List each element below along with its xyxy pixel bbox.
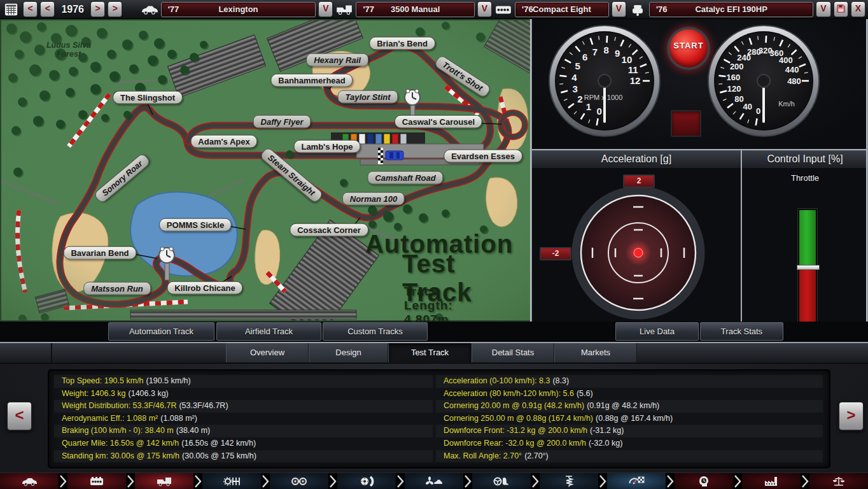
engine-year: '76 [522, 4, 533, 14]
track-corner-label: Lamb's Hope [293, 140, 360, 153]
stat-value: Braking (100 km/h - 0): 38.40 m [62, 426, 174, 435]
stat-paren-value: (0.91g @ 48.2 km/h) [584, 401, 659, 410]
stat-row: Top Speed: 190.5 km/h(190.5 km/h) [54, 375, 433, 388]
markets-icon [830, 475, 847, 488]
svg-text:12: 12 [630, 75, 641, 86]
gearbox-icon [223, 475, 240, 488]
car-body-icon [21, 475, 38, 488]
toolbar-separator [59, 473, 67, 489]
stats-next-arrow[interactable]: > [838, 401, 864, 431]
data-tab-track-stats[interactable]: Track Stats [700, 322, 783, 341]
track-corner-label: Adam's Apex [190, 135, 257, 148]
stats-panel: Top Speed: 190.5 km/h(190.5 km/h)Weight:… [48, 369, 830, 469]
svg-text:120: 120 [727, 84, 741, 94]
throttle-slider [797, 265, 820, 270]
track-straight-label: Camshaft Road [367, 171, 443, 185]
year-prev-fast-button[interactable]: < [23, 1, 38, 17]
stat-row: Weight Distribution: 53.3F/46.7R(53.3F/4… [54, 400, 433, 413]
tab-markets[interactable]: Markets [554, 343, 637, 362]
track-tab-automation-track[interactable]: Automation Track [108, 322, 214, 341]
status-lamp [671, 110, 701, 137]
human-icon [696, 475, 712, 488]
year-next-button[interactable]: > [90, 1, 105, 17]
stat-value: Weight: 1406.3 kg [62, 389, 126, 398]
toolbar-aero-button[interactable] [405, 473, 463, 489]
toolbar-brakes-button[interactable] [337, 473, 396, 489]
toolbar-car-body-button[interactable] [0, 473, 59, 489]
stat-value: Max. Roll Angle: 2.70° [444, 451, 522, 460]
engine-icon [88, 475, 105, 488]
engine-field[interactable]: '76 Compact Eight [515, 2, 609, 17]
engine-dropdown-button[interactable]: V [612, 1, 626, 17]
toolbar-interior-button[interactable] [472, 473, 531, 489]
close-button[interactable]: X [851, 1, 865, 17]
variant-field[interactable]: '76 Catalyc EFI 190HP [649, 2, 813, 17]
player-car [386, 151, 403, 160]
svg-text:Km/h: Km/h [778, 100, 795, 108]
toolbar-separator [531, 473, 540, 489]
stat-row: Standing km: 30.00s @ 175 km/h(30.00s @ … [54, 450, 433, 463]
start-button[interactable]: START [667, 27, 710, 70]
tab-design[interactable]: Design [309, 343, 388, 362]
toolbar-separator [666, 473, 675, 489]
svg-text:6: 6 [582, 52, 587, 62]
model-name: Lexington [162, 4, 316, 14]
trim-year: '77 [363, 4, 374, 14]
trim-icon [335, 3, 353, 17]
stat-value: Quarter Mile: 16.50s @ 142 km/h [62, 439, 179, 448]
track-corner-label: Banhammerhead [270, 74, 353, 87]
year-next-fast-button[interactable]: > [108, 1, 122, 17]
trim-name: 3500 Manual [356, 4, 473, 14]
toolbar-human-button[interactable] [675, 473, 733, 489]
svg-text:7: 7 [592, 46, 598, 57]
svg-text:0: 0 [596, 106, 601, 117]
model-dropdown-button[interactable]: V [318, 1, 333, 17]
suspension-icon [561, 475, 577, 488]
tab-detail-stats[interactable]: Detail Stats [472, 343, 554, 362]
save-button[interactable] [834, 1, 848, 17]
svg-text:80: 80 [734, 94, 743, 104]
trim-dropdown-button[interactable]: V [477, 1, 492, 17]
floppy-save-icon [836, 4, 846, 13]
tab-test-track[interactable]: Test Track [388, 343, 472, 362]
forest-label: Ludus Silva Forest [46, 41, 91, 59]
panel-divider-vertical [530, 19, 532, 342]
track-corner-label: Brian's Bend [369, 37, 435, 50]
toolbar-trim-button[interactable] [135, 473, 193, 489]
g-meter [532, 167, 741, 322]
stat-value: Standing km: 30.00s @ 175 km/h [62, 451, 179, 460]
toolbar-test-track-button[interactable] [607, 473, 666, 489]
track-tab-airfield-track[interactable]: Airfield Track [216, 322, 321, 341]
stat-row: Weight: 1406.3 kg(1406.3 kg) [54, 388, 433, 400]
svg-text:200: 200 [730, 62, 744, 71]
model-field[interactable]: '77 Lexington [161, 2, 316, 17]
toolbar-separator [463, 473, 472, 489]
stat-value: Acceleration (80 km/h-120 km/h): 5.6 [444, 389, 574, 398]
toolbar-wheels-button[interactable] [270, 473, 328, 489]
data-tab-live-data[interactable]: Live Data [615, 322, 699, 341]
toolbar-engine-button[interactable] [67, 473, 126, 489]
trim-field[interactable]: '77 3500 Manual [356, 2, 474, 17]
stat-paren-value: (-31.2 kg) [587, 426, 624, 435]
tab-overview[interactable]: Overview [226, 343, 309, 362]
trim-icon [156, 475, 172, 488]
track-corner-label: Killrob Chicane [167, 281, 242, 295]
g-min-label: -2 [540, 247, 571, 260]
main-tab-bar: OverviewDesignTest TrackDetail StatsMark… [0, 343, 868, 364]
stats-section: < Top Speed: 190.5 km/h(190.5 km/h)Weigh… [0, 363, 868, 472]
toolbar-factory-button[interactable] [742, 473, 801, 489]
toolbar-markets-button[interactable] [809, 473, 868, 489]
toolbar-separator [328, 473, 337, 489]
svg-text:5: 5 [575, 60, 580, 71]
toolbar-gearbox-button[interactable] [202, 473, 261, 489]
track-tab-custom-tracks[interactable]: Custom Tracks [323, 322, 428, 341]
calendar-icon[interactable] [3, 3, 20, 17]
variant-name: Catalyc EFI 190HP [650, 4, 813, 14]
start-finish-line [378, 148, 383, 164]
variant-dropdown-button[interactable]: V [816, 1, 830, 17]
year-prev-button[interactable]: < [40, 1, 55, 17]
svg-text:400: 400 [779, 55, 793, 65]
toolbar-suspension-button[interactable] [540, 473, 598, 489]
stats-prev-arrow[interactable]: < [6, 401, 32, 431]
stat-paren-value: (1.088 m²) [158, 414, 197, 423]
